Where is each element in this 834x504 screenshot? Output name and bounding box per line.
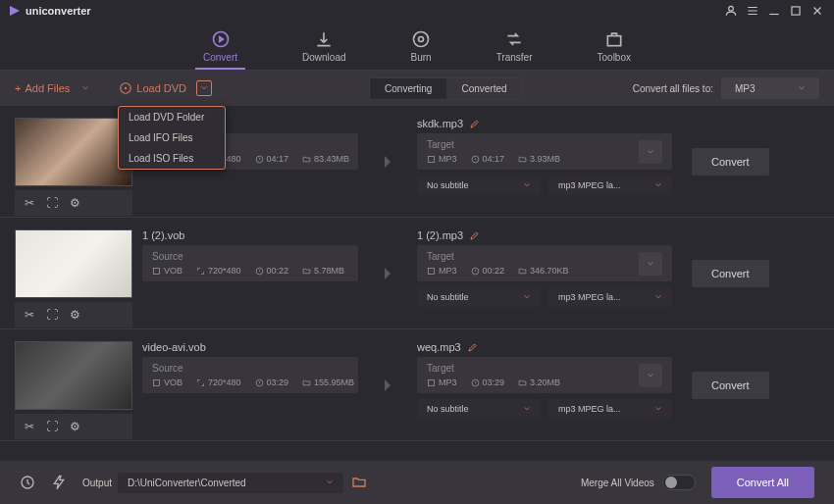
edit-icon[interactable] [469,229,481,241]
svg-point-5 [414,31,429,46]
source-resolution: 720*480 [196,378,241,387]
nav-transfer[interactable]: Transfer [489,22,541,70]
target-format: MP3 [427,266,457,276]
effects-icon[interactable]: ⚙ [70,420,80,433]
video-thumbnail[interactable] [15,229,132,298]
app-name: uniconverter [26,5,91,17]
open-folder-icon[interactable] [351,475,367,490]
arrow-right-icon [379,377,396,394]
svg-rect-7 [607,35,620,45]
load-dvd-dropdown[interactable] [196,80,212,96]
close-icon[interactable] [810,4,824,18]
video-thumbnail[interactable] [15,118,132,186]
file-row: ✂ ⛶ ⚙ 1 (2).vob Source VOB 720*480 00:22… [0,218,834,329]
source-size: 83.43MB [302,154,349,164]
source-duration: 04:17 [255,154,289,164]
target-format-select[interactable] [639,140,662,164]
target-format-select[interactable] [639,252,662,276]
svg-marker-4 [219,35,224,42]
source-filename: video-avi.vob [142,341,358,353]
svg-rect-2 [792,7,800,15]
source-size: 5.78MB [302,266,344,276]
target-size: 3.20MB [518,378,560,387]
nav-convert[interactable]: Convert [195,22,245,70]
output-path-select[interactable]: D:\UniConverter\Converted [118,473,343,493]
trim-icon[interactable]: ✂ [25,308,34,322]
target-label: Target [427,363,639,374]
convert-button[interactable]: Convert [692,372,769,399]
svg-rect-20 [429,379,435,385]
svg-point-1 [729,6,734,11]
tab-converted[interactable]: Converted [446,78,521,99]
convert-button[interactable]: Convert [692,148,769,176]
target-format: MP3 [427,154,457,164]
source-info-box: Source VOB 720*480 03:29 155.95MB [142,357,358,393]
target-label: Target [427,251,639,262]
menu-icon[interactable] [746,4,759,18]
crop-icon[interactable]: ⛶ [46,308,58,322]
menu-load-ifo-files[interactable]: Load IFO Files [119,127,225,148]
minimize-icon[interactable] [767,4,781,18]
trim-icon[interactable]: ✂ [25,420,34,433]
svg-marker-0 [10,6,20,16]
source-resolution: 720*480 [196,266,241,276]
nav-burn[interactable]: Burn [403,22,440,70]
convert-button[interactable]: Convert [692,260,769,287]
target-size: 3.93MB [518,154,560,164]
video-thumbnail[interactable] [15,341,132,410]
merge-toggle[interactable] [662,475,696,490]
effects-icon[interactable]: ⚙ [70,308,80,322]
dvd-dropdown-menu: Load DVD Folder Load IFO Files Load ISO … [118,106,226,170]
encoder-select[interactable]: mp3 MPEG la... [548,287,672,307]
target-duration: 03:29 [471,378,505,387]
target-filename: weq.mp3 [417,341,461,353]
edit-icon[interactable] [469,118,481,129]
convert-all-button[interactable]: Convert All [711,467,814,498]
arrow-right-icon [379,265,396,282]
tab-converting[interactable]: Converting [370,78,446,99]
target-label: Target [427,139,639,150]
menu-load-iso-files[interactable]: Load ISO Files [119,148,225,169]
source-label: Source [152,251,348,262]
encoder-select[interactable]: mp3 MPEG la... [548,176,672,195]
trim-icon[interactable]: ✂ [25,196,34,210]
convert-status-tabs: Converting Converted [369,77,523,100]
target-filename: 1 (2).mp3 [417,229,463,241]
encoder-select[interactable]: mp3 MPEG la... [548,399,672,419]
subtitle-select[interactable]: No subtitle [417,287,541,307]
svg-point-6 [419,36,424,41]
account-icon[interactable] [724,4,738,18]
edit-icon[interactable] [467,341,479,353]
source-info-box: Source VOB 720*480 00:22 5.78MB [142,245,358,281]
add-files-button[interactable]: +Add Files [15,82,89,94]
source-format: VOB [152,378,182,387]
target-format-select[interactable] [639,364,662,387]
load-dvd-button[interactable]: Load DVD [119,81,186,95]
subtitle-select[interactable]: No subtitle [417,399,541,419]
target-filename: skdk.mp3 [417,118,463,129]
menu-load-dvd-folder[interactable]: Load DVD Folder [119,107,225,127]
schedule-icon[interactable] [20,475,35,490]
subtitle-select[interactable]: No subtitle [417,176,541,195]
effects-icon[interactable]: ⚙ [70,196,80,210]
crop-icon[interactable]: ⛶ [46,196,58,210]
maximize-icon[interactable] [789,4,803,18]
source-duration: 00:22 [255,266,289,276]
crop-icon[interactable]: ⛶ [46,420,58,433]
nav-download[interactable]: Download [294,22,353,70]
merge-label: Merge All Videos [581,478,654,488]
svg-rect-14 [154,268,160,274]
svg-rect-16 [429,268,435,274]
source-label: Source [152,363,348,374]
power-icon[interactable] [51,475,67,490]
svg-point-9 [125,87,127,89]
arrow-right-icon [379,153,396,171]
output-label: Output [82,478,112,488]
target-size: 346.70KB [518,266,569,276]
source-duration: 03:29 [255,378,289,387]
nav-toolbox[interactable]: Toolbox [590,22,639,70]
file-row: ✂ ⛶ ⚙ video-avi.vob Source VOB 720*480 0… [0,329,834,441]
app-logo: uniconverter [10,5,91,17]
convert-all-format-select[interactable]: MP3 [721,77,819,99]
source-format: VOB [152,266,182,276]
